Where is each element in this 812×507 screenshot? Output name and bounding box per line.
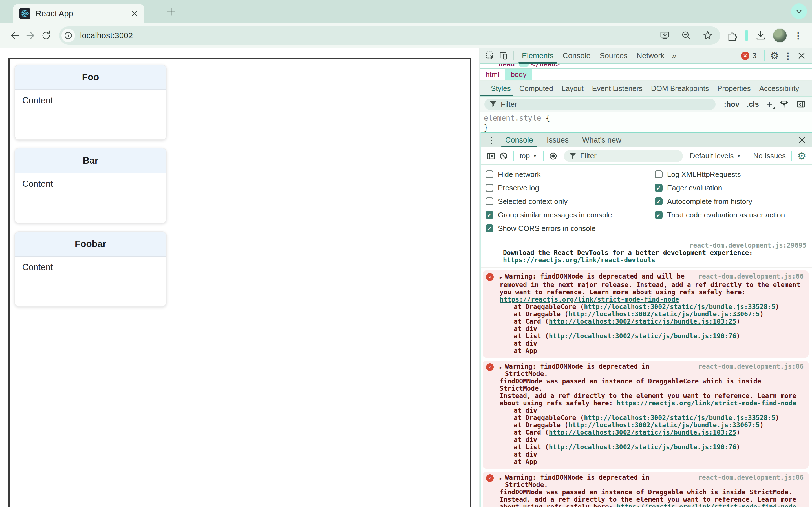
avatar[interactable] <box>772 28 787 43</box>
drawer-menu-kebab-icon[interactable]: ⋮ <box>485 135 499 145</box>
disclosure-triangle-icon[interactable]: ▶ <box>500 274 502 281</box>
info-icon[interactable] <box>61 29 75 42</box>
breadcrumb-body[interactable]: body <box>505 69 532 80</box>
new-tab-icon[interactable] <box>165 6 177 18</box>
bookmark-star-icon[interactable] <box>702 29 714 42</box>
card-foo[interactable]: FooContent <box>14 64 167 140</box>
drawer-close-icon[interactable] <box>796 133 809 147</box>
devtools-settings-gear-icon[interactable]: ⚙ <box>768 49 781 62</box>
new-style-rule-icon[interactable]: + <box>766 99 772 110</box>
checkbox-preserve-log[interactable]: Preserve log <box>486 181 655 194</box>
url-text[interactable]: localhost:3002 <box>80 31 650 40</box>
devtools-tab-elements[interactable]: Elements <box>517 48 558 63</box>
checkbox-box[interactable]: ✓ <box>486 211 493 219</box>
checkbox-show-cors-errors-in-console[interactable]: ✓Show CORS errors in console <box>486 222 655 235</box>
context-selector[interactable]: top▼ <box>517 152 539 160</box>
back-icon[interactable] <box>7 27 22 43</box>
drawer-tab-issues[interactable]: Issues <box>540 133 575 147</box>
sidebar-panel-icon[interactable] <box>795 98 808 111</box>
checkbox-box[interactable]: ✓ <box>655 184 663 192</box>
checkbox-autocomplete-from-history[interactable]: ✓Autocomplete from history <box>655 194 812 208</box>
element-style-block[interactable]: element.style { } <box>480 112 812 132</box>
stack-link[interactable]: http://localhost:3002/static/js/bundle.j… <box>549 318 737 325</box>
toggle-element-class[interactable]: .cls <box>747 100 759 109</box>
card-foobar[interactable]: FoobarContent <box>14 231 167 307</box>
devtools-tab-console[interactable]: Console <box>558 48 595 63</box>
stack-link[interactable]: http://localhost:3002/static/js/bundle.j… <box>584 303 775 311</box>
devtools-tab-sources[interactable]: Sources <box>595 48 632 63</box>
card-bar[interactable]: BarContent <box>14 148 167 223</box>
console-filter-input[interactable]: Filter <box>564 150 683 162</box>
download-icon[interactable] <box>753 27 769 43</box>
warning-link[interactable]: https://reactjs.org/link/strict-mode-fin… <box>617 503 796 507</box>
forward-icon[interactable] <box>22 27 38 43</box>
console-settings-gear-icon[interactable]: ⚙ <box>796 150 808 162</box>
styles-filter-input[interactable]: Filter <box>485 99 716 110</box>
message-source-link[interactable]: react-dom.development.js:86 <box>698 273 804 281</box>
dom-tree-clipped-row[interactable]: head </head> <box>480 64 812 69</box>
rendering-brush-icon[interactable] <box>777 98 791 111</box>
log-levels-selector[interactable]: Default levels▼ <box>688 152 743 160</box>
disclosure-triangle-icon[interactable]: ▶ <box>500 364 502 378</box>
message-source-link[interactable]: react-dom.development.js:86 <box>698 474 804 489</box>
live-expression-eye-icon[interactable] <box>547 150 559 162</box>
drawer-tab-console[interactable]: Console <box>499 133 540 147</box>
styles-tab-dom-breakpoints[interactable]: DOM Breakpoints <box>647 80 713 96</box>
inspect-element-icon[interactable] <box>484 49 497 62</box>
stack-link[interactable]: http://localhost:3002/static/js/bundle.j… <box>568 311 760 318</box>
console-sidebar-toggle-icon[interactable] <box>485 150 497 162</box>
checkbox-selected-context-only[interactable]: Selected context only <box>486 194 655 208</box>
message-source-link[interactable]: react-dom.development.js:29895 <box>503 242 806 249</box>
warning-link[interactable]: https://reactjs.org/link/strict-mode-fin… <box>500 296 679 303</box>
browser-tab[interactable]: React App <box>13 4 144 23</box>
extensions-puzzle-icon[interactable] <box>725 27 741 43</box>
device-toolbar-icon[interactable] <box>497 49 510 62</box>
warning-link[interactable]: https://reactjs.org/link/strict-mode-fin… <box>617 399 796 407</box>
stack-link[interactable]: http://localhost:3002/static/js/bundle.j… <box>549 332 737 340</box>
pinned-extension-indicator[interactable] <box>746 30 748 41</box>
address-bar[interactable]: localhost:3002 <box>59 26 720 45</box>
more-tabs-icon[interactable]: » <box>669 51 679 61</box>
chevron-down-icon[interactable] <box>791 3 807 19</box>
styles-tab-accessibility[interactable]: Accessibility <box>755 80 804 96</box>
checkbox-box[interactable] <box>486 184 493 192</box>
clear-console-icon[interactable] <box>497 150 510 162</box>
checkbox-box[interactable]: ✓ <box>655 198 663 205</box>
devtools-menu-kebab-icon[interactable]: ⋮ <box>781 51 795 61</box>
checkbox-box[interactable]: ✓ <box>486 224 493 232</box>
zoom-out-icon[interactable] <box>680 29 693 42</box>
styles-tab-styles[interactable]: Styles <box>487 80 515 96</box>
issues-counter[interactable]: No Issues <box>751 152 788 160</box>
checkbox-log-xmlhttprequests[interactable]: Log XMLHttpRequests <box>655 168 812 181</box>
error-badge-icon[interactable]: ✕ <box>741 52 749 60</box>
checkbox-group-similar-messages-in-console[interactable]: ✓Group similar messages in console <box>486 208 655 222</box>
styles-tab-event-listeners[interactable]: Event Listeners <box>588 80 647 96</box>
styles-tab-properties[interactable]: Properties <box>713 80 755 96</box>
checkbox-treat-code-evaluation-as-user-action[interactable]: ✓Treat code evaluation as user action <box>655 208 812 222</box>
stack-link[interactable]: http://localhost:3002/static/js/bundle.j… <box>584 414 775 421</box>
stack-link[interactable]: http://localhost:3002/static/js/bundle.j… <box>568 421 760 429</box>
breadcrumb-html[interactable]: html <box>480 69 505 80</box>
reload-icon[interactable] <box>38 27 54 43</box>
menu-kebab-icon[interactable]: ⋮ <box>791 31 805 41</box>
checkbox-hide-network[interactable]: Hide network <box>486 168 655 181</box>
checkbox-box[interactable] <box>486 198 493 205</box>
styles-tab-layout[interactable]: Layout <box>557 80 588 96</box>
error-count[interactable]: 3 <box>752 52 756 60</box>
message-link[interactable]: https://reactjs.org/link/react-devtools <box>503 256 655 264</box>
drawer-tab-what-s-new[interactable]: What's new <box>575 133 628 147</box>
styles-tab-computed[interactable]: Computed <box>515 80 557 96</box>
checkbox-box[interactable] <box>486 170 493 178</box>
stack-link[interactable]: http://localhost:3002/static/js/bundle.j… <box>549 429 737 436</box>
tab-close-icon[interactable] <box>131 10 138 17</box>
devtools-close-icon[interactable] <box>795 49 808 62</box>
devtools-tab-network[interactable]: Network <box>632 48 669 63</box>
checkbox-box[interactable] <box>655 170 663 178</box>
checkbox-box[interactable]: ✓ <box>655 211 663 219</box>
checkbox-eager-evaluation[interactable]: ✓Eager evaluation <box>655 181 812 194</box>
disclosure-triangle-icon[interactable]: ▶ <box>500 475 502 489</box>
message-source-link[interactable]: react-dom.development.js:86 <box>698 363 804 378</box>
toggle-hover-state[interactable]: :hov <box>724 100 740 109</box>
stack-link[interactable]: http://localhost:3002/static/js/bundle.j… <box>549 443 737 451</box>
install-icon[interactable] <box>659 29 671 42</box>
